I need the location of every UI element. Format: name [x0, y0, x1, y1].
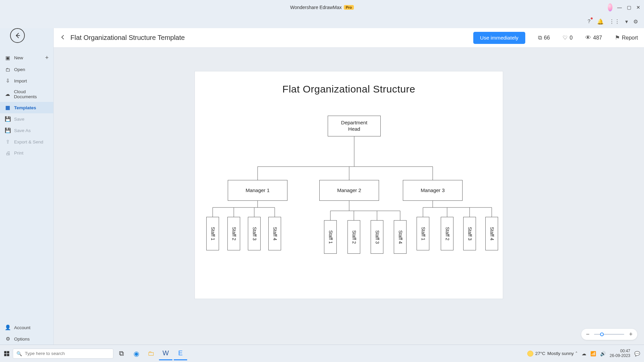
views-stat: 👁 487: [585, 35, 602, 41]
zoom-control[interactable]: − +: [581, 329, 637, 340]
taskbar-explorer[interactable]: 🗀: [144, 347, 158, 360]
titlebar: Wondershare EdrawMax Pro — ▢ ✕: [0, 0, 644, 15]
template-canvas: Flat Organizational Structure: [195, 71, 503, 299]
sidebar-label: Options: [14, 337, 30, 342]
maximize-button[interactable]: ▢: [627, 5, 631, 10]
sidebar-item-account[interactable]: 👤 Account: [0, 322, 53, 333]
sidebar-label: Open: [14, 67, 25, 72]
org-staff-3-3: Staff 3: [463, 217, 476, 250]
copies-stat[interactable]: ⧉ 66: [538, 35, 550, 41]
minimize-button[interactable]: —: [617, 5, 622, 10]
tray-wifi-icon[interactable]: 📶: [590, 351, 596, 356]
sidebar-item-open[interactable]: 🗀 Open: [0, 64, 53, 75]
taskbar-search[interactable]: 🔍 Type here to search: [13, 349, 113, 359]
sidebar-label: Templates: [14, 105, 36, 110]
sidebar-label: Save: [14, 117, 24, 122]
report-button[interactable]: ⚑ Report: [615, 34, 638, 41]
app-name: Wondershare EdrawMax: [290, 5, 342, 10]
windows-taskbar: 🔍 Type here to search ⧉ ◉ 🗀 W E 27°C Mos…: [0, 345, 644, 362]
svg-rect-24: [7, 351, 9, 353]
tray-chevron-icon[interactable]: ˄: [575, 351, 578, 356]
sidebar-label: Print: [14, 150, 23, 156]
sidebar-item-templates[interactable]: ▦ Templates: [0, 102, 53, 113]
apps-icon[interactable]: ⋮⋮: [609, 18, 620, 25]
tray-onedrive-icon[interactable]: ☁: [582, 351, 586, 356]
header-back-chevron[interactable]: [60, 34, 66, 42]
back-button[interactable]: [10, 28, 25, 43]
taskbar-word[interactable]: W: [159, 347, 172, 360]
tray-volume-icon[interactable]: 🔊: [600, 351, 606, 356]
views-value: 487: [593, 35, 602, 41]
org-staff-3-2: Staff 2: [441, 217, 453, 250]
taskbar-edrawmax[interactable]: E: [174, 347, 187, 360]
sidebar-label: Account: [14, 325, 31, 330]
cloud-icon: ☁: [5, 91, 10, 97]
bell-icon[interactable]: 🔔: [597, 18, 604, 25]
windows-icon: [4, 351, 10, 357]
zoom-handle[interactable]: [600, 333, 604, 336]
help-icon[interactable]: ？: [586, 18, 592, 25]
org-staff-3-1: Staff 1: [417, 217, 429, 250]
saveas-icon: 💾: [5, 127, 11, 133]
content-area: Flat Organizational Structure Template U…: [54, 28, 644, 345]
org-staff-1-3: Staff 3: [248, 217, 261, 250]
templates-icon: ▦: [5, 105, 11, 111]
sidebar-item-options[interactable]: ⚙ Options: [0, 333, 53, 345]
sidebar-label: Export & Send: [14, 139, 43, 144]
taskbar-weather[interactable]: 27°C Mostly sunny: [527, 351, 574, 357]
save-icon: 💾: [5, 116, 11, 122]
settings-icon[interactable]: ⚙: [633, 18, 638, 25]
sun-icon: [527, 351, 533, 357]
flag-icon: ⚑: [615, 34, 620, 41]
weather-temp: 27°C: [535, 351, 545, 356]
print-icon: 🖨: [5, 150, 11, 156]
zoom-slider[interactable]: [594, 334, 624, 335]
org-head-label: Department Head: [341, 120, 367, 132]
zoom-out-button[interactable]: −: [586, 331, 590, 338]
org-staff-1-2: Staff 2: [227, 217, 240, 250]
diagram-title: Flat Organizational Structure: [195, 83, 503, 95]
sidebar-item-new[interactable]: ▣ New +: [0, 52, 53, 64]
gear-icon: ⚙: [5, 336, 11, 342]
app-iconbar: ？ 🔔 ⋮⋮ ▾ ⚙: [0, 15, 644, 28]
folder-icon: 🗀: [5, 67, 11, 72]
org-staff-3-4: Staff 4: [485, 217, 498, 250]
export-icon: ⇪: [5, 139, 11, 145]
sidebar-item-saveas: 💾 Save As: [0, 125, 53, 136]
zoom-in-button[interactable]: +: [629, 331, 633, 338]
sidebar-label: Cloud Documents: [14, 89, 49, 99]
use-immediately-button[interactable]: Use immediately: [473, 32, 525, 44]
start-button[interactable]: [2, 349, 11, 358]
sidebar-label: New: [14, 55, 23, 60]
likes-stat[interactable]: ♡ 0: [562, 34, 573, 41]
task-view-button[interactable]: ⧉: [115, 347, 128, 360]
taskbar-edge[interactable]: ◉: [129, 347, 143, 360]
sidebar-item-export: ⇪ Export & Send: [0, 136, 53, 147]
system-tray[interactable]: ˄ ☁ 📶 🔊 00:47 26-09-2023 💬: [575, 349, 642, 358]
sidebar: ▣ New + 🗀 Open ⇩ Import ☁ Cloud Document…: [0, 28, 54, 345]
sidebar-item-cloud[interactable]: ☁ Cloud Documents: [0, 86, 53, 102]
weather-cond: Mostly sunny: [547, 351, 574, 356]
org-staff-2-3: Staff 3: [371, 220, 383, 254]
account-icon: 👤: [5, 324, 11, 330]
chevron-left-icon: [60, 34, 66, 40]
copy-icon: ⧉: [538, 35, 542, 41]
canvas-wrap: Flat Organizational Structure: [54, 48, 644, 345]
user-avatar[interactable]: [608, 3, 612, 11]
close-button[interactable]: ✕: [636, 5, 641, 10]
report-label: Report: [622, 35, 638, 41]
org-staff-1-1: Staff 1: [206, 217, 219, 250]
new-plus-icon[interactable]: +: [45, 54, 49, 61]
heart-icon: ♡: [562, 34, 568, 41]
arrow-left-icon: [14, 32, 21, 39]
likes-value: 0: [570, 35, 573, 41]
org-manager-3: Manager 3: [403, 180, 463, 201]
gift-icon[interactable]: ▾: [625, 18, 628, 25]
tray-notifications-icon[interactable]: 💬: [634, 351, 640, 356]
copies-value: 66: [544, 35, 550, 41]
template-title: Flat Organizational Structure Template: [70, 34, 185, 42]
org-staff-1-4: Staff 4: [268, 217, 281, 250]
sidebar-item-print: 🖨 Print: [0, 147, 53, 159]
sidebar-item-import[interactable]: ⇩ Import: [0, 75, 53, 86]
tray-clock[interactable]: 00:47 26-09-2023: [610, 349, 630, 358]
